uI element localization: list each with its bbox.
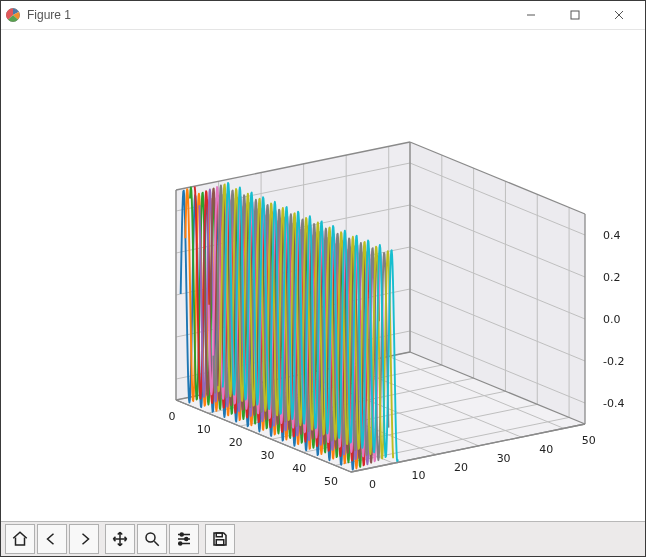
x-tick: 0	[169, 410, 176, 423]
x-tick: 50	[324, 475, 338, 488]
y-tick: 0	[369, 478, 376, 491]
maximize-button[interactable]	[553, 1, 597, 29]
svg-line-54	[154, 541, 159, 546]
forward-button[interactable]	[69, 524, 99, 554]
y-tick: 40	[539, 443, 553, 456]
x-tick: 10	[197, 423, 211, 436]
y-tick: 10	[412, 469, 426, 482]
y-tick: 20	[454, 461, 468, 474]
zoom-button[interactable]	[137, 524, 167, 554]
x-tick: 40	[292, 462, 306, 475]
save-button[interactable]	[205, 524, 235, 554]
svg-point-59	[185, 538, 188, 541]
z-tick: 0.2	[603, 271, 621, 284]
toolbar	[1, 521, 645, 556]
titlebar: Figure 1	[1, 1, 645, 30]
svg-rect-62	[216, 540, 224, 545]
svg-point-53	[146, 533, 155, 542]
minimize-button[interactable]	[509, 1, 553, 29]
z-tick: -0.4	[603, 397, 624, 410]
svg-point-60	[179, 542, 182, 545]
x-tick: 30	[260, 449, 274, 462]
svg-rect-61	[216, 533, 222, 537]
y-tick: 50	[582, 434, 596, 447]
svg-rect-2	[571, 11, 579, 19]
home-button[interactable]	[5, 524, 35, 554]
svg-point-58	[180, 533, 183, 536]
configure-button[interactable]	[169, 524, 199, 554]
pan-button[interactable]	[105, 524, 135, 554]
x-tick: 20	[229, 436, 243, 449]
matplotlib-icon	[5, 7, 21, 23]
z-tick: 0.4	[603, 229, 621, 242]
chart-3d: 0102030405001020304050-0.4-0.20.00.20.4	[1, 30, 645, 521]
close-button[interactable]	[597, 1, 641, 29]
y-tick: 30	[497, 452, 511, 465]
chart-area[interactable]: 0102030405001020304050-0.4-0.20.00.20.4	[1, 30, 645, 521]
back-button[interactable]	[37, 524, 67, 554]
figure-window: Figure 1 0102030405001020304050-0.4-0.20…	[0, 0, 646, 557]
window-title: Figure 1	[27, 8, 71, 22]
z-tick: -0.2	[603, 355, 624, 368]
z-tick: 0.0	[603, 313, 621, 326]
